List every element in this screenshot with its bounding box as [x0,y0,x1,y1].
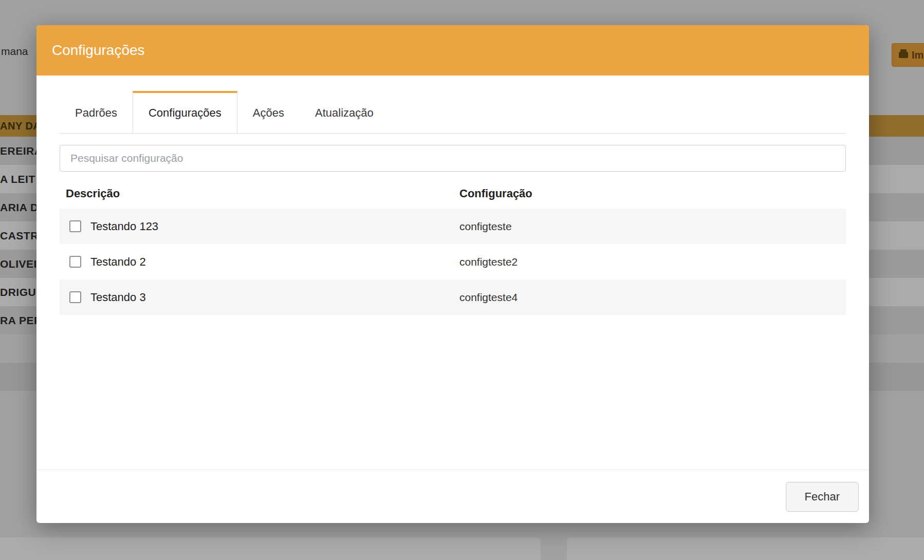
tab-padroes[interactable]: Padrões [60,91,133,133]
config-table-row: Testando 123 configteste [60,209,846,244]
modal-header: Configurações [36,25,869,76]
row-description: Testando 3 [90,291,146,304]
config-table-header: Descrição Configuração [60,187,846,209]
modal-title: Configurações [52,42,145,59]
search-config-input[interactable] [60,145,846,172]
modal-body: Padrões Configurações Ações Atualização … [36,91,869,315]
column-header-descricao: Descrição [60,187,459,200]
tab-label: Configurações [149,106,221,120]
close-button[interactable]: Fechar [786,482,859,512]
modal-footer: Fechar [36,470,869,523]
row-checkbox[interactable] [69,291,81,303]
tab-configuracoes[interactable]: Configurações [133,91,237,133]
tab-atualizacao[interactable]: Atualização [300,91,389,133]
row-config-value: configteste2 [459,256,846,268]
tab-bar: Padrões Configurações Ações Atualização [60,91,846,134]
tab-label: Atualização [315,106,374,120]
tab-acoes[interactable]: Ações [237,91,300,133]
row-config-value: configteste4 [459,291,846,304]
row-config-value: configteste [459,220,846,233]
tab-label: Ações [253,106,284,120]
tab-label: Padrões [75,106,117,120]
config-table-row: Testando 2 configteste2 [60,244,846,279]
settings-modal: Configurações Padrões Configurações Açõe… [36,25,869,523]
row-checkbox[interactable] [69,256,81,268]
row-description: Testando 2 [90,255,146,269]
config-table-row: Testando 3 configteste4 [60,279,846,315]
row-checkbox[interactable] [69,220,81,232]
column-header-configuracao: Configuração [459,187,846,200]
row-description: Testando 123 [90,220,158,233]
